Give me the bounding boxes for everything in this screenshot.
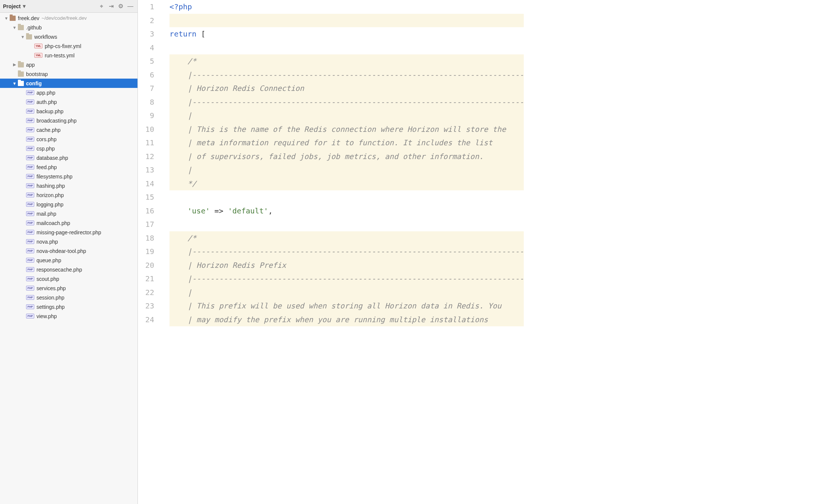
- tree-item[interactable]: PHPresponsecache.php: [0, 265, 137, 274]
- chevron-down-icon[interactable]: ▾: [23, 3, 26, 10]
- collapse-icon[interactable]: ⇥: [107, 2, 115, 10]
- project-tree[interactable]: ▼freek.dev~/dev/code/freek.dev▼.github▼w…: [0, 13, 137, 504]
- code-line[interactable]: return [: [169, 27, 524, 41]
- tree-item-label: session.php: [37, 295, 64, 301]
- folder-icon: [18, 25, 24, 30]
- code-line[interactable]: [169, 190, 524, 204]
- tree-item[interactable]: PHPhashing.php: [0, 181, 137, 190]
- line-number: 20: [145, 259, 154, 272]
- chevron-down-icon[interactable]: ▼: [4, 16, 9, 21]
- tree-item[interactable]: PHPqueue.php: [0, 256, 137, 265]
- tree-item[interactable]: PHPapp.php: [0, 88, 137, 97]
- tree-item-label: scout.php: [37, 276, 59, 282]
- code-line[interactable]: [169, 14, 524, 28]
- tree-item[interactable]: PHPauth.php: [0, 97, 137, 107]
- arrow-spacer: [28, 53, 34, 58]
- tree-item[interactable]: PHPcache.php: [0, 125, 137, 134]
- arrow-spacer: [20, 99, 25, 105]
- code-line[interactable]: |---------------------------------------…: [169, 68, 524, 82]
- arrow-spacer: [20, 146, 25, 151]
- line-number: 17: [145, 218, 154, 231]
- tree-item[interactable]: PHPmailcoach.php: [0, 218, 137, 228]
- code-line[interactable]: |---------------------------------------…: [169, 245, 524, 259]
- tree-item[interactable]: PHPbackup.php: [0, 107, 137, 116]
- tree-item[interactable]: PHPfilesystems.php: [0, 172, 137, 181]
- sidebar-title[interactable]: Project: [3, 3, 20, 9]
- code-line[interactable]: |---------------------------------------…: [169, 95, 524, 109]
- code-line[interactable]: | This is the name of the Redis connecti…: [169, 123, 524, 136]
- code-line[interactable]: 'use' => 'default',: [169, 204, 524, 218]
- line-number: 23: [145, 299, 154, 313]
- code-line[interactable]: |---------------------------------------…: [169, 272, 524, 286]
- tree-item[interactable]: PHPcors.php: [0, 134, 137, 144]
- code-line[interactable]: |: [169, 109, 524, 123]
- code-editor[interactable]: 123456789101112131415161718192021222324 …: [138, 0, 824, 504]
- code-line[interactable]: | This prefix will be used when storing …: [169, 299, 524, 313]
- tree-item[interactable]: PHPmail.php: [0, 209, 137, 218]
- tree-item-label: csp.php: [37, 146, 55, 152]
- tree-item[interactable]: PHPlogging.php: [0, 200, 137, 209]
- tree-item[interactable]: PHPhorizon.php: [0, 190, 137, 200]
- tree-item[interactable]: PHPscout.php: [0, 274, 137, 283]
- tree-item[interactable]: YMLphp-cs-fixer.yml: [0, 41, 137, 51]
- hide-icon[interactable]: —: [126, 2, 134, 10]
- tree-item[interactable]: PHPsession.php: [0, 293, 137, 302]
- code-line[interactable]: | Horizon Redis Connection: [169, 82, 524, 95]
- gear-icon[interactable]: ⚙: [117, 2, 125, 10]
- tree-item[interactable]: ▼workflows: [0, 32, 137, 41]
- chevron-down-icon[interactable]: ▼: [12, 81, 17, 86]
- tree-item[interactable]: PHPbroadcasting.php: [0, 116, 137, 125]
- php-file-icon: PHP: [26, 221, 34, 225]
- code-area[interactable]: <?php return [ /* |---------------------…: [161, 0, 524, 504]
- code-line[interactable]: */: [169, 177, 524, 191]
- tree-item[interactable]: ▼freek.dev~/dev/code/freek.dev: [0, 13, 137, 23]
- line-number: 21: [145, 272, 154, 286]
- tree-item-label: nova.php: [37, 239, 58, 245]
- tree-item[interactable]: ▶app: [0, 60, 137, 69]
- chevron-down-icon[interactable]: ▼: [20, 34, 25, 39]
- tree-item[interactable]: PHPview.php: [0, 311, 137, 321]
- tree-item[interactable]: PHPcsp.php: [0, 144, 137, 153]
- line-number: 2: [145, 14, 154, 28]
- code-line[interactable]: | may modify the prefix when you are run…: [169, 313, 524, 327]
- code-line[interactable]: | meta information required for it to fu…: [169, 136, 524, 150]
- tree-item-path: ~/dev/code/freek.dev: [42, 15, 87, 21]
- tree-item[interactable]: PHPfeed.php: [0, 162, 137, 172]
- chevron-right-icon[interactable]: ▶: [12, 62, 17, 67]
- php-file-icon: PHP: [26, 295, 34, 300]
- arrow-spacer: [20, 221, 25, 226]
- code-line[interactable]: | of supervisors, failed jobs, job metri…: [169, 150, 524, 164]
- php-file-icon: PHP: [26, 137, 34, 142]
- tree-item-label: broadcasting.php: [37, 118, 76, 124]
- php-file-icon: PHP: [26, 314, 34, 318]
- tree-item[interactable]: PHPmissing-page-redirector.php: [0, 228, 137, 237]
- tree-item-label: auth.php: [37, 99, 57, 105]
- code-line[interactable]: [169, 41, 524, 55]
- sidebar-header: Project ▾ ⌖ ⇥ ⚙ —: [0, 0, 137, 13]
- tree-item[interactable]: YMLrun-tests.yml: [0, 51, 137, 60]
- code-line[interactable]: /*: [169, 231, 524, 245]
- code-line[interactable]: | Horizon Redis Prefix: [169, 259, 524, 272]
- code-line[interactable]: /*: [169, 54, 524, 68]
- code-line[interactable]: |: [169, 286, 524, 299]
- tree-item[interactable]: PHPsettings.php: [0, 302, 137, 311]
- arrow-spacer: [20, 137, 25, 142]
- tree-item[interactable]: PHPnova.php: [0, 237, 137, 246]
- code-line[interactable]: <?php: [169, 0, 524, 14]
- locate-icon[interactable]: ⌖: [97, 2, 105, 10]
- php-file-icon: PHP: [26, 248, 34, 253]
- arrow-spacer: [20, 304, 25, 310]
- tree-item[interactable]: bootstrap: [0, 69, 137, 79]
- tree-item[interactable]: ▼config: [0, 79, 137, 88]
- line-number: 16: [145, 204, 154, 218]
- tree-item-label: mailcoach.php: [37, 220, 70, 226]
- chevron-down-icon[interactable]: ▼: [12, 25, 17, 30]
- tree-item[interactable]: ▼.github: [0, 23, 137, 32]
- folder-icon: [26, 34, 32, 39]
- tree-item[interactable]: PHPdatabase.php: [0, 153, 137, 162]
- code-line[interactable]: |: [169, 163, 524, 177]
- tree-item[interactable]: PHPnova-ohdear-tool.php: [0, 246, 137, 256]
- tree-item[interactable]: PHPservices.php: [0, 283, 137, 293]
- code-line[interactable]: [169, 218, 524, 231]
- php-file-icon: PHP: [26, 127, 34, 132]
